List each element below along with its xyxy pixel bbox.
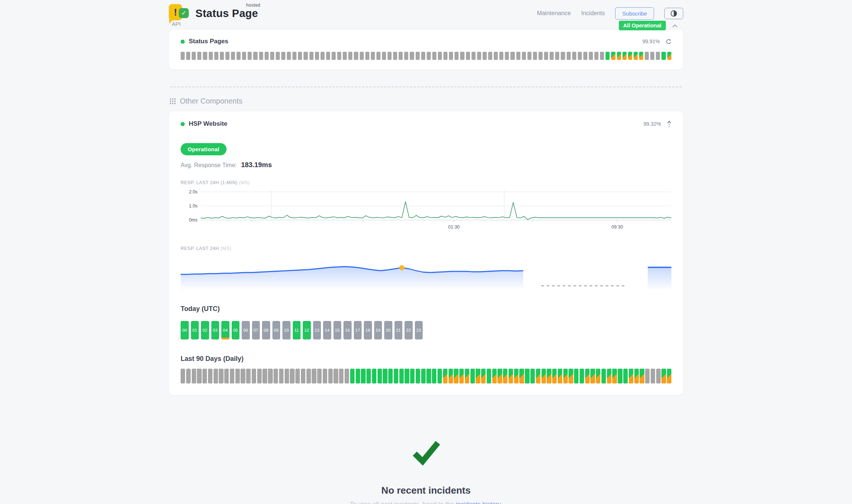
day-bar[interactable] bbox=[383, 369, 387, 383]
uptime-bar[interactable] bbox=[242, 52, 246, 60]
uptime-bar[interactable] bbox=[214, 52, 218, 60]
uptime-bar[interactable] bbox=[181, 52, 185, 60]
uptime-bar[interactable] bbox=[382, 52, 386, 60]
uptime-bar[interactable] bbox=[421, 52, 425, 60]
day-bar[interactable] bbox=[290, 369, 294, 383]
hour-block[interactable]: 13 bbox=[313, 321, 321, 339]
day-bar[interactable] bbox=[317, 369, 322, 383]
nav-maintenance[interactable]: Maintenance bbox=[537, 10, 571, 17]
day-bar[interactable] bbox=[459, 369, 464, 383]
uptime-bar[interactable] bbox=[466, 52, 470, 60]
uptime-bar[interactable] bbox=[203, 52, 207, 60]
uptime-bar[interactable] bbox=[516, 52, 520, 60]
day-bar[interactable] bbox=[497, 369, 502, 383]
uptime-bar[interactable] bbox=[449, 52, 453, 60]
day-bar[interactable] bbox=[378, 369, 382, 383]
day-bar[interactable] bbox=[530, 369, 535, 383]
day-bar[interactable] bbox=[476, 369, 480, 383]
day-bar[interactable] bbox=[246, 369, 251, 383]
collapse-button[interactable] bbox=[667, 121, 671, 128]
day-bar[interactable] bbox=[558, 369, 562, 383]
day-bar[interactable] bbox=[509, 369, 513, 383]
day-bar[interactable] bbox=[356, 369, 360, 383]
day-bar[interactable] bbox=[306, 369, 311, 383]
uptime-bar[interactable] bbox=[332, 52, 336, 60]
day-bar[interactable] bbox=[219, 369, 223, 383]
uptime-bar[interactable] bbox=[237, 52, 241, 60]
uptime-bar[interactable] bbox=[376, 52, 380, 60]
uptime-bar[interactable] bbox=[427, 52, 431, 60]
day-bar[interactable] bbox=[181, 369, 185, 383]
uptime-bar[interactable] bbox=[510, 52, 514, 60]
day-bar[interactable] bbox=[580, 369, 584, 383]
hour-block[interactable]: 17 bbox=[354, 321, 362, 339]
hour-block[interactable]: 00 bbox=[181, 321, 189, 339]
hour-block[interactable]: 19 bbox=[374, 321, 382, 339]
uptime-bar[interactable] bbox=[276, 52, 280, 60]
refresh-button[interactable] bbox=[666, 39, 671, 44]
day-bar[interactable] bbox=[285, 369, 289, 383]
uptime-bar[interactable] bbox=[572, 52, 576, 60]
uptime-bar[interactable] bbox=[589, 52, 593, 60]
day-bar[interactable] bbox=[224, 369, 229, 383]
day-bar[interactable] bbox=[328, 369, 333, 383]
hour-block[interactable]: 10 bbox=[282, 321, 291, 339]
day-bar[interactable] bbox=[197, 369, 201, 383]
hour-block[interactable]: 12 bbox=[303, 321, 311, 339]
day-bar[interactable] bbox=[585, 369, 590, 383]
day-bar[interactable] bbox=[618, 369, 622, 383]
uptime-bar[interactable] bbox=[544, 52, 548, 60]
day-bar[interactable] bbox=[323, 369, 327, 383]
uptime-bar[interactable] bbox=[186, 52, 190, 60]
uptime-bar[interactable] bbox=[281, 52, 285, 60]
uptime-bar[interactable] bbox=[477, 52, 481, 60]
day-bar[interactable] bbox=[623, 369, 628, 383]
day-bar[interactable] bbox=[607, 369, 611, 383]
hour-block[interactable]: 15 bbox=[333, 321, 342, 339]
hour-block[interactable]: 11 bbox=[293, 321, 301, 339]
uptime-bar[interactable] bbox=[606, 52, 610, 60]
day-bar[interactable] bbox=[465, 369, 469, 383]
incidents-history-link[interactable]: incidents history bbox=[456, 501, 500, 504]
uptime-bar[interactable] bbox=[209, 52, 213, 60]
hour-block[interactable]: 23 bbox=[415, 321, 423, 339]
day-bar[interactable] bbox=[519, 369, 524, 383]
uptime-bar[interactable] bbox=[505, 52, 509, 60]
day-bar[interactable] bbox=[410, 369, 415, 383]
uptime-bar[interactable] bbox=[667, 52, 671, 60]
uptime-bar[interactable] bbox=[292, 52, 296, 60]
uptime-bar[interactable] bbox=[326, 52, 330, 60]
day-bar[interactable] bbox=[487, 369, 491, 383]
uptime-bar[interactable] bbox=[539, 52, 543, 60]
day-bar[interactable] bbox=[541, 369, 546, 383]
day-bar[interactable] bbox=[252, 369, 256, 383]
uptime-bar[interactable] bbox=[499, 52, 503, 60]
day-bar[interactable] bbox=[667, 369, 671, 383]
hour-block[interactable]: 03 bbox=[211, 321, 219, 339]
day-bar[interactable] bbox=[208, 369, 212, 383]
uptime-bar[interactable] bbox=[494, 52, 498, 60]
uptime-bar[interactable] bbox=[550, 52, 554, 60]
hour-block[interactable]: 14 bbox=[323, 321, 331, 339]
uptime-bar[interactable] bbox=[555, 52, 559, 60]
uptime-bar[interactable] bbox=[583, 52, 587, 60]
day-bar[interactable] bbox=[661, 369, 666, 383]
uptime-bar[interactable] bbox=[231, 52, 235, 60]
hour-block[interactable]: 09 bbox=[272, 321, 281, 339]
uptime-bar[interactable] bbox=[661, 52, 665, 60]
nav-incidents[interactable]: Incidents bbox=[581, 10, 605, 17]
day-bar[interactable] bbox=[437, 369, 442, 383]
day-bar[interactable] bbox=[612, 369, 617, 383]
day-bar[interactable] bbox=[481, 369, 486, 383]
day-bar[interactable] bbox=[601, 369, 606, 383]
uptime-bar[interactable] bbox=[634, 52, 638, 60]
day-bar[interactable] bbox=[421, 369, 426, 383]
day-bar[interactable] bbox=[503, 369, 507, 383]
subscribe-button[interactable]: Subscribe bbox=[615, 7, 654, 20]
day-bar[interactable] bbox=[416, 369, 420, 383]
uptime-bar[interactable] bbox=[533, 52, 537, 60]
uptime-bar[interactable] bbox=[265, 52, 269, 60]
day-bar[interactable] bbox=[366, 369, 371, 383]
uptime-bar[interactable] bbox=[483, 52, 487, 60]
hour-block[interactable]: 22 bbox=[405, 321, 413, 339]
